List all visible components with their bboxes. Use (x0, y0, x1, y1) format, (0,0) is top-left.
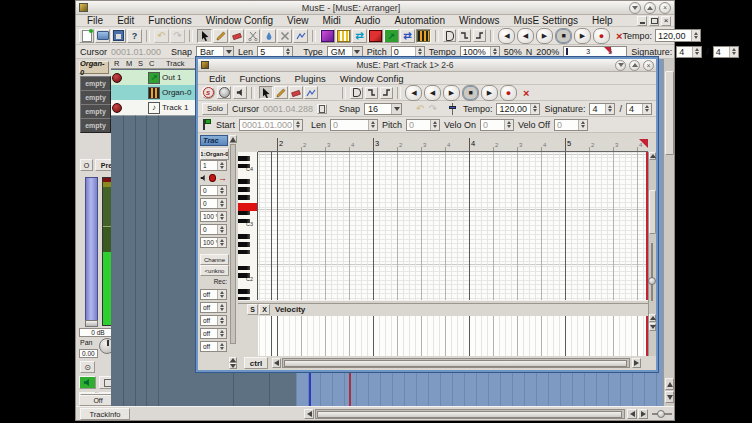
menu-windows[interactable]: Windows (452, 15, 507, 26)
pr-pencil-tool-icon[interactable] (274, 86, 288, 99)
trackinfo-name-header[interactable]: Organ-0 (79, 61, 109, 74)
pr-controller-spinb-4[interactable]: 100 % (200, 237, 227, 248)
pr-eraser-tool-icon[interactable] (289, 86, 303, 99)
pr-rec-off-spin-4[interactable]: off (200, 341, 227, 352)
close-button[interactable]: × (659, 2, 671, 14)
pr-vscrollbar-thumb[interactable] (649, 190, 656, 234)
pr-loop-right-icon[interactable] (380, 87, 393, 99)
bigtime-toggle-icon[interactable] (368, 29, 383, 43)
arranger-hscrollbar[interactable] (315, 409, 625, 419)
mdi-minimize-icon[interactable] (637, 16, 647, 26)
pr-controller-spinb-3[interactable]: 0 (200, 224, 227, 235)
pr-menu-plugins[interactable]: Plugins (288, 73, 333, 84)
pr-controller-spinb-1[interactable]: 0 (200, 198, 227, 209)
tempo-200-button[interactable]: 200% (536, 47, 559, 57)
pr-metronome-icon[interactable]: × (523, 87, 529, 99)
track-row-out-1[interactable]: ↗Out 1 (111, 70, 197, 86)
scroll-up-icon[interactable] (665, 378, 674, 390)
transport-record-button[interactable]: ● (593, 28, 610, 44)
pr-menu-functions[interactable]: Functions (232, 73, 287, 84)
transport-stop-button[interactable]: ■ (555, 28, 572, 44)
pr-punch-in-icon[interactable] (350, 87, 363, 99)
pr-vzoom-knob[interactable] (648, 277, 656, 285)
black-key[interactable] (238, 156, 250, 161)
pr-maximize-button[interactable] (629, 60, 640, 71)
metronome-icon[interactable]: × (616, 30, 622, 42)
scissors-tool-icon[interactable] (245, 29, 260, 43)
pr-rec-off-spin-3[interactable]: off (200, 328, 227, 339)
arranger-vscrollbar[interactable] (663, 59, 674, 406)
power-button[interactable]: ⊙ (80, 361, 95, 373)
menu-functions[interactable]: Functions (141, 15, 198, 26)
pr-timeline-ruler[interactable]: 2234323442345234 (258, 138, 648, 152)
pr-pointer-tool-icon[interactable] (259, 86, 273, 99)
marker-toggle-icon[interactable] (336, 29, 351, 43)
mdi-restore-icon[interactable] (649, 16, 659, 26)
pr-controller-spinb-0[interactable]: 0 (200, 185, 227, 196)
menu-midi[interactable]: Midi (315, 15, 347, 26)
pr-tempo-spinbox[interactable]: 120,00 (496, 103, 540, 115)
patch-button-2[interactable]: empty (80, 104, 111, 119)
trackinfo-tab-header[interactable]: Trac (200, 135, 228, 146)
pr-hscrollbar[interactable] (282, 358, 630, 368)
highlighted-key[interactable] (238, 203, 257, 211)
pr-redo-icon[interactable]: ↷ (429, 103, 437, 114)
black-key[interactable] (238, 242, 250, 247)
velo-on-spinbox[interactable]: 0 (480, 119, 514, 131)
volume-fader[interactable] (85, 177, 98, 327)
pr-record-icon[interactable] (209, 174, 216, 182)
record-armed-icon[interactable] (112, 103, 122, 113)
transport-rewind-button[interactable]: ◀ (424, 85, 441, 101)
transport-record-button[interactable]: ● (500, 85, 517, 101)
zoom-slider-knob[interactable] (657, 410, 665, 418)
pr-scroll-up-icon[interactable] (649, 152, 656, 160)
pianoroll-titlebar[interactable]: MusE: Part <Track 1> 2-6 × (198, 59, 656, 72)
whatsthis-icon[interactable]: ? (127, 29, 142, 43)
black-key[interactable] (238, 234, 250, 239)
mute-speaker-button[interactable] (79, 376, 96, 389)
channel-button[interactable]: Channe (200, 254, 229, 265)
minimize-button[interactable] (629, 2, 641, 14)
pr-hscroll-right-icon[interactable] (632, 358, 641, 368)
menu-help[interactable]: Help (585, 15, 620, 26)
pr-track-button[interactable]: 1:Organ-0 (200, 148, 229, 160)
save-icon[interactable] (111, 29, 126, 43)
pointer-tool-icon[interactable] (197, 29, 212, 43)
patch-button-3[interactable]: empty (80, 118, 111, 133)
velocity-select-button[interactable]: S (247, 304, 258, 315)
transport-rewind-button[interactable]: ◀ (517, 28, 534, 44)
tempo-spinbox[interactable]: 120,00 (655, 29, 701, 42)
tempo-50-button[interactable]: 50% (504, 47, 522, 57)
menu-automation[interactable]: Automation (387, 15, 452, 26)
cliplist-toggle-icon[interactable]: ↗ (384, 29, 399, 43)
black-key[interactable] (238, 187, 250, 192)
pr-hscroll-left-icon[interactable] (272, 358, 281, 368)
len-spinbox[interactable]: 5 (257, 46, 293, 58)
pr-scroll-down2-icon[interactable] (649, 323, 656, 331)
signature-den-spinbox[interactable]: 4 (713, 46, 739, 58)
redo-icon[interactable]: ↷ (170, 29, 185, 43)
transport-skip-start-button[interactable]: ◀ (498, 28, 515, 44)
record-armed-icon[interactable] (112, 73, 122, 83)
note-canvas[interactable] (258, 152, 648, 300)
patch-button-0[interactable]: empty (80, 76, 111, 91)
type-combo[interactable]: GM (327, 46, 363, 58)
hscroll-left-icon[interactable] (304, 409, 314, 419)
snap-combo[interactable]: Bar (196, 46, 234, 58)
mixer-toggle-icon[interactable] (320, 29, 335, 43)
record-indicator-cell[interactable] (111, 103, 123, 113)
undo-icon[interactable]: ↶ (154, 29, 169, 43)
track-row-track-1[interactable]: ♪Track 1 (111, 100, 197, 116)
black-key[interactable] (238, 211, 250, 216)
patch-button[interactable]: <unkno (200, 265, 229, 276)
start-spinbox[interactable]: 0001.01.000 (239, 119, 303, 131)
glue-tool-icon[interactable] (261, 29, 276, 43)
pr-menu-window-config[interactable]: Window Config (333, 73, 411, 84)
transport-skip-start-button[interactable]: ◀ (405, 85, 422, 101)
globaltempo-spinbox[interactable]: 100% (460, 46, 500, 58)
menu-window-config[interactable]: Window Config (199, 15, 280, 26)
loop-left-icon[interactable] (458, 29, 471, 42)
zoom-slider[interactable] (652, 413, 672, 415)
panel-scroll-down-icon[interactable] (229, 363, 237, 369)
pitch-spinbox[interactable]: 0 (391, 46, 425, 58)
